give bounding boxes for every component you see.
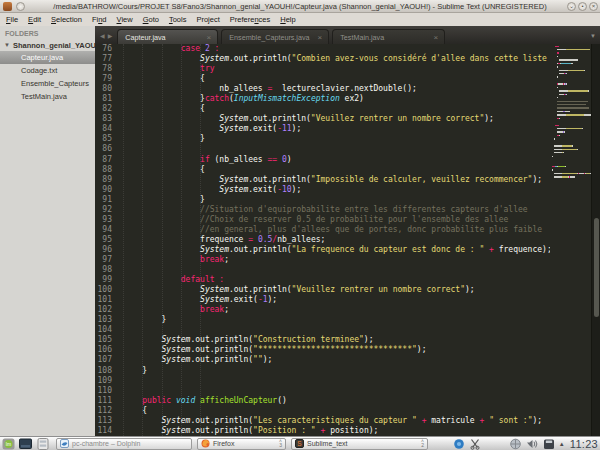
- code-line: [123, 144, 550, 154]
- mint-menu-button[interactable]: lm: [1, 438, 16, 450]
- code-line: System.out.println("Impossible de calcul…: [123, 175, 550, 185]
- code-line: }: [123, 366, 550, 376]
- menu-selection[interactable]: Selection: [46, 15, 87, 24]
- tab-close-icon[interactable]: ×: [318, 34, 323, 42]
- code-line: //Choix de reserver 0.5 de probabilite p…: [123, 215, 550, 225]
- window-titlebar: /media/BATHROW/Cours/PROJET S8/Fano3/Sha…: [0, 0, 600, 13]
- scrollbar-thumb[interactable]: [594, 218, 599, 317]
- menu-preferences[interactable]: Preferences: [225, 15, 275, 24]
- code-line: }: [123, 315, 550, 325]
- sidebar-file-capteur.java[interactable]: Capteur.java: [0, 51, 95, 64]
- minimize-button[interactable]: ⌄: [567, 2, 576, 11]
- file-cabinet-icon[interactable]: [35, 438, 50, 450]
- svg-text:S: S: [297, 440, 302, 447]
- menu-view[interactable]: View: [112, 15, 138, 24]
- code-line: {: [123, 406, 550, 416]
- tab-scroll-left-icon[interactable]: ◀: [100, 32, 105, 39]
- code-line: System.out.println("********************…: [123, 345, 550, 355]
- code-line: System.out.println("Les caracteristiques…: [123, 416, 550, 426]
- code-line: {: [123, 165, 550, 175]
- volume-icon[interactable]: [526, 438, 539, 450]
- code-line: System.out.println("Combien avez-vous co…: [123, 54, 550, 64]
- code-line: break;: [123, 255, 550, 265]
- sidebar-file-testmain.java[interactable]: TestMain.java: [0, 90, 95, 103]
- code-line: case 2 :: [123, 44, 550, 54]
- taskbar-button-dolphin[interactable]: pc-chambre – Dolphin: [56, 438, 192, 450]
- tab-scroll-right-icon[interactable]: ▶: [108, 32, 113, 39]
- network-icon[interactable]: [509, 438, 522, 450]
- window-pin-button[interactable]: [16, 2, 25, 11]
- task-group-indicator[interactable]: ˄2: [419, 440, 424, 447]
- menu-edit[interactable]: Edit: [23, 15, 46, 24]
- code-line: System.out.println("");: [123, 355, 550, 365]
- code-text[interactable]: case 2 : System.out.println("Combien ave…: [118, 44, 550, 436]
- tab-testmain.java[interactable]: TestMain.java×: [332, 29, 445, 44]
- code-line: [123, 386, 550, 396]
- task-group-indicator[interactable]: ˄3: [277, 440, 282, 447]
- tab-ensemble_capteurs.java[interactable]: Ensemble_Capteurs.java×: [221, 29, 329, 44]
- close-button[interactable]: ×: [589, 2, 598, 11]
- taskbar: lm pc-chambre – DolphinFirefox˄3SSublime…: [0, 436, 600, 450]
- code-line: System.out.println("La frequence du capt…: [123, 245, 550, 255]
- code-line: System.exit(-10);: [123, 185, 550, 195]
- code-line: if (nb_allees == 0): [123, 155, 550, 165]
- sidebar-file-ensemble_capteurs[interactable]: Ensemble_Capteurs: [0, 77, 95, 90]
- app-icon: [3, 2, 12, 11]
- tray-expander-icon[interactable]: ▲: [559, 441, 565, 447]
- folder-expand-icon: ▼: [4, 42, 10, 48]
- device-notifier-icon[interactable]: [543, 438, 555, 450]
- show-desktop-icon[interactable]: [18, 438, 33, 450]
- code-line: System.exit(-1);: [123, 295, 550, 305]
- tab-overflow-icon[interactable]: ▼: [590, 33, 596, 39]
- clock[interactable]: 11:23: [569, 438, 598, 450]
- code-line: {: [123, 74, 550, 84]
- code-line: nb_allees = lectureclavier.nextDouble();: [123, 84, 550, 94]
- tab-bar: ◀▶ Capteur.java×Ensemble_Capteurs.java×T…: [95, 26, 600, 44]
- menu-tools[interactable]: Tools: [164, 15, 192, 24]
- code-line: System.exit(-11);: [123, 124, 550, 134]
- tab-capteur.java[interactable]: Capteur.java×: [117, 29, 218, 44]
- code-line: System.out.println("Veuillez rentrer un …: [123, 285, 550, 295]
- code-line: [123, 265, 550, 275]
- menu-help[interactable]: Help: [275, 15, 300, 24]
- sidebar: FOLDERS ▼Shannon_genial_YAOUH! Capteur.j…: [0, 26, 95, 436]
- line-number-gutter: 7677787980818283848586878889909192939495…: [95, 44, 118, 436]
- menu-project[interactable]: Project: [191, 15, 224, 24]
- sidebar-folder[interactable]: ▼Shannon_genial_YAOUH!: [0, 39, 95, 51]
- folders-header: FOLDERS: [0, 26, 95, 39]
- taskbar-button-firefox[interactable]: Firefox˄3: [197, 438, 286, 450]
- code-line: {: [123, 104, 550, 114]
- code-line: System.out.println("Veuillez rentrer un …: [123, 114, 550, 124]
- code-line: public void afficheUnCapteur(): [123, 396, 550, 406]
- code-line: }: [123, 134, 550, 144]
- code-line: //en general, plus d'allees que de porte…: [123, 225, 550, 235]
- code-line: try: [123, 64, 550, 74]
- code-line: //Situation d'equiprobabilite entre les …: [123, 205, 550, 215]
- tab-close-icon[interactable]: ×: [434, 34, 439, 42]
- code-line: default :: [123, 275, 550, 285]
- menu-bar: FileEditSelectionFindViewGotoToolsProjec…: [0, 13, 600, 26]
- code-line: }: [123, 195, 550, 205]
- code-line: break;: [123, 305, 550, 315]
- code-line: System.out.println("Construction termine…: [123, 335, 550, 345]
- code-line: frequence = 0.5/nb_allees;: [123, 235, 550, 245]
- menu-file[interactable]: File: [1, 15, 23, 24]
- minimap[interactable]: [550, 44, 591, 436]
- taskbar-button-sublime[interactable]: SSublime_text˄2: [291, 438, 428, 450]
- code-line: }catch(InputMismatchException ex2): [123, 94, 550, 104]
- vertical-scrollbar[interactable]: [591, 44, 600, 436]
- code-line: [123, 376, 550, 386]
- kde-notifier-icon[interactable]: [453, 438, 465, 450]
- svg-text:lm: lm: [6, 441, 11, 447]
- menu-goto[interactable]: Goto: [138, 15, 164, 24]
- klipper-icon[interactable]: [469, 438, 481, 450]
- tab-close-icon[interactable]: ×: [207, 34, 212, 42]
- sidebar-file-codage.txt[interactable]: Codage.txt: [0, 64, 95, 77]
- system-tray: ▲ 11:23: [453, 438, 598, 450]
- maximize-button[interactable]: •: [578, 2, 587, 11]
- code-line: [123, 325, 550, 335]
- menu-find[interactable]: Find: [87, 15, 112, 24]
- editor: ◀▶ Capteur.java×Ensemble_Capteurs.java×T…: [95, 26, 600, 436]
- code-area[interactable]: 7677787980818283848586878889909192939495…: [95, 44, 600, 436]
- window-title: /media/BATHROW/Cours/PROJET S8/Fano3/Sha…: [40, 2, 560, 11]
